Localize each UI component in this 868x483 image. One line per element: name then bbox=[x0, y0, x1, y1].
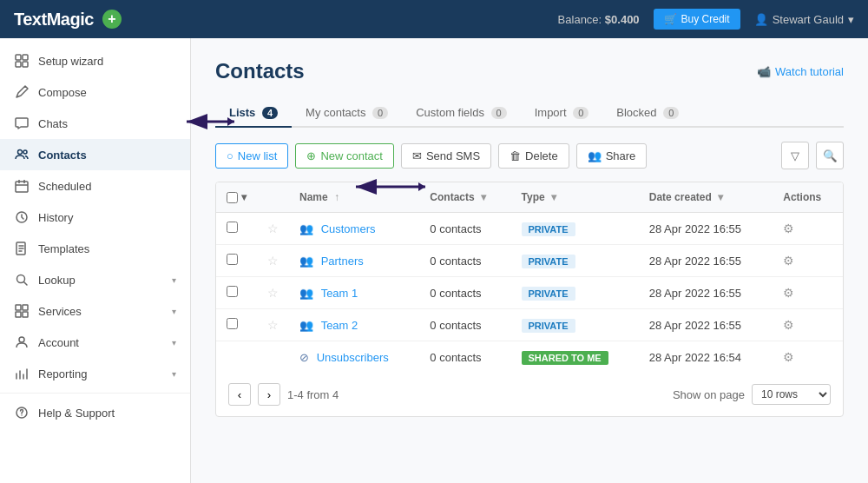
contacts-group-icon: 👥 bbox=[299, 287, 317, 300]
search-icon bbox=[14, 272, 30, 288]
sidebar-item-contacts[interactable]: Contacts bbox=[0, 139, 190, 170]
star-icon[interactable]: ☆ bbox=[267, 222, 279, 235]
sidebar-item-chats[interactable]: Chats bbox=[0, 108, 190, 139]
sort-icon: ↑ bbox=[334, 191, 339, 203]
row-settings-button[interactable]: ⚙ bbox=[783, 254, 794, 268]
row-name-cell: ⊘ Unsubscribers bbox=[289, 341, 419, 374]
row-checkbox-cell bbox=[216, 341, 257, 374]
row-type-cell: PRIVATE bbox=[511, 277, 639, 309]
row-checkbox[interactable] bbox=[227, 222, 238, 233]
star-icon[interactable]: ☆ bbox=[267, 254, 279, 268]
row-settings-button[interactable]: ⚙ bbox=[783, 222, 794, 235]
sidebar-label: Templates bbox=[38, 242, 89, 255]
th-contacts[interactable]: Contacts ▾ bbox=[419, 182, 510, 213]
tab-custom-fields[interactable]: Custom fields 0 bbox=[402, 99, 521, 128]
chart-icon bbox=[14, 366, 30, 381]
person-icon bbox=[14, 334, 30, 350]
sidebar-divider bbox=[0, 393, 190, 394]
user-chevron-icon: ▾ bbox=[848, 13, 854, 26]
star-icon[interactable]: ☆ bbox=[267, 318, 279, 332]
row-checkbox[interactable] bbox=[227, 254, 238, 265]
sidebar-item-account[interactable]: Account ▾ bbox=[0, 327, 190, 358]
table-body: ☆ 👥 Customers 0 contacts PRIVATE 28 Apr … bbox=[216, 213, 843, 374]
select-all-checkbox[interactable] bbox=[227, 192, 238, 203]
th-star bbox=[257, 182, 289, 213]
row-star-cell bbox=[257, 341, 289, 374]
sidebar-item-templates[interactable]: Templates bbox=[0, 233, 190, 264]
contacts-group-icon: 👥 bbox=[299, 319, 317, 332]
row-date-cell: 28 Apr 2022 16:55 bbox=[639, 277, 773, 309]
contact-list-link[interactable]: Team 1 bbox=[321, 287, 358, 300]
svg-rect-12 bbox=[16, 312, 21, 317]
sidebar-item-scheduled[interactable]: Scheduled bbox=[0, 170, 190, 202]
video-icon: 📹 bbox=[757, 65, 771, 78]
user-menu[interactable]: 👤 Stewart Gauld ▾ bbox=[754, 13, 854, 26]
next-page-button[interactable]: › bbox=[258, 383, 280, 406]
chevron-icon: ▾ bbox=[172, 275, 176, 285]
table-row: ☆ 👥 Team 2 0 contacts PRIVATE 28 Apr 202… bbox=[216, 309, 843, 341]
pagination-info: 1-4 from 4 bbox=[287, 388, 339, 401]
new-contact-button[interactable]: ⊕ New contact bbox=[295, 143, 394, 169]
contact-list-link[interactable]: Unsubscribers bbox=[317, 351, 389, 364]
row-actions-cell: ⚙ bbox=[773, 245, 843, 277]
type-badge-private: PRIVATE bbox=[522, 287, 575, 301]
prev-page-button[interactable]: ‹ bbox=[228, 383, 251, 406]
row-contacts-cell: 0 contacts bbox=[419, 213, 510, 245]
sidebar-item-setup-wizard[interactable]: Setup wizard bbox=[0, 45, 190, 76]
user-icon: 👤 bbox=[754, 13, 768, 26]
row-type-cell: PRIVATE bbox=[511, 245, 639, 277]
logo-plus-button[interactable]: + bbox=[102, 10, 122, 29]
th-dropdown-icon[interactable]: ▾ bbox=[241, 191, 247, 203]
delete-button[interactable]: 🗑 Delete bbox=[498, 143, 569, 169]
sidebar: Setup wizard Compose Chats Contacts bbox=[0, 38, 191, 483]
row-checkbox-cell bbox=[216, 213, 257, 245]
sidebar-item-services[interactable]: Services ▾ bbox=[0, 295, 190, 327]
th-type[interactable]: Type ▾ bbox=[511, 182, 639, 213]
show-on-page-label: Show on page bbox=[673, 388, 745, 401]
svg-rect-10 bbox=[16, 305, 21, 310]
type-badge-private: PRIVATE bbox=[522, 319, 575, 333]
row-checkbox[interactable] bbox=[227, 318, 238, 329]
filter-button[interactable]: ▽ bbox=[781, 142, 809, 169]
sidebar-item-compose[interactable]: Compose bbox=[0, 76, 190, 108]
contacts-table: ▾ Name ↑ Contacts ▾ Type ▾ Date created … bbox=[216, 182, 843, 373]
pagination-right: Show on page 10 rows 25 rows 50 rows bbox=[673, 384, 831, 405]
sidebar-label: Chats bbox=[38, 117, 68, 130]
filter-icon: ▽ bbox=[791, 149, 799, 162]
row-settings-button[interactable]: ⚙ bbox=[783, 286, 794, 300]
search-button[interactable]: 🔍 bbox=[816, 142, 844, 169]
contact-list-link[interactable]: Customers bbox=[321, 222, 376, 235]
row-settings-button[interactable]: ⚙ bbox=[783, 350, 794, 364]
svg-rect-6 bbox=[16, 182, 28, 192]
send-sms-button[interactable]: ✉ Send SMS bbox=[401, 143, 491, 169]
tab-lists[interactable]: Lists 4 bbox=[215, 99, 292, 128]
table-header: ▾ Name ↑ Contacts ▾ Type ▾ Date created … bbox=[216, 182, 843, 213]
new-list-button[interactable]: ○ New list bbox=[215, 143, 288, 169]
sidebar-item-help[interactable]: Help & Support bbox=[0, 397, 190, 428]
rows-per-page-select[interactable]: 10 rows 25 rows 50 rows bbox=[752, 384, 831, 405]
star-icon[interactable]: ☆ bbox=[267, 286, 279, 300]
row-star-cell: ☆ bbox=[257, 213, 289, 245]
share-button[interactable]: 👥 Share bbox=[576, 143, 648, 169]
th-name[interactable]: Name ↑ bbox=[289, 182, 419, 213]
tab-import[interactable]: Import 0 bbox=[521, 99, 603, 128]
people-icon bbox=[14, 147, 30, 162]
buy-credit-button[interactable]: 🛒 Buy Credit bbox=[654, 9, 740, 30]
row-contacts-cell: 0 contacts bbox=[419, 245, 510, 277]
th-date-created[interactable]: Date created ▾ bbox=[639, 182, 773, 213]
sidebar-item-reporting[interactable]: Reporting ▾ bbox=[0, 358, 190, 389]
row-contacts-cell: 0 contacts bbox=[419, 277, 510, 309]
row-date-cell: 28 Apr 2022 16:55 bbox=[639, 245, 773, 277]
tab-blocked[interactable]: Blocked 0 bbox=[602, 99, 693, 128]
tab-my-contacts[interactable]: My contacts 0 bbox=[292, 99, 402, 128]
row-settings-button[interactable]: ⚙ bbox=[783, 318, 794, 332]
row-checkbox[interactable] bbox=[227, 286, 238, 297]
watch-tutorial-link[interactable]: 📹 Watch tutorial bbox=[757, 65, 844, 78]
main-content: Contacts 📹 Watch tutorial Lists 4 My con… bbox=[191, 38, 868, 483]
row-checkbox-cell bbox=[216, 245, 257, 277]
sidebar-item-history[interactable]: History bbox=[0, 202, 190, 233]
contact-list-link[interactable]: Team 2 bbox=[321, 319, 358, 332]
contact-list-link[interactable]: Partners bbox=[321, 255, 364, 268]
contacts-table-container: ▾ Name ↑ Contacts ▾ Type ▾ Date created … bbox=[215, 182, 844, 417]
sidebar-item-lookup[interactable]: Lookup ▾ bbox=[0, 264, 190, 295]
